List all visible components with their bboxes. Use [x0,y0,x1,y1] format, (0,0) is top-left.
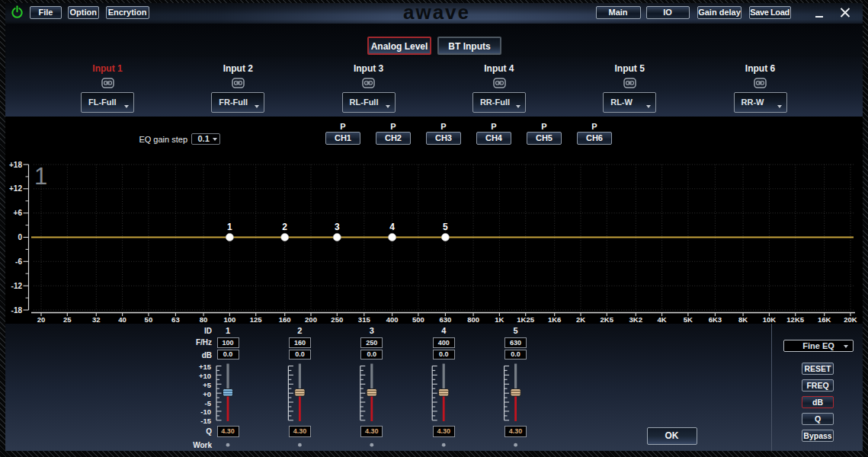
svg-text:10K: 10K [763,315,777,324]
svg-text:400: 400 [386,315,399,324]
svg-text:+18: +18 [9,161,22,169]
svg-text:63: 63 [171,315,180,324]
svg-text:32: 32 [92,315,101,324]
svg-text:3K2: 3K2 [629,315,642,324]
svg-text:1: 1 [227,222,232,232]
svg-text:1K: 1K [495,315,504,324]
svg-text:20: 20 [37,315,46,324]
svg-text:2K: 2K [576,315,585,324]
svg-text:1: 1 [34,163,47,190]
svg-text:100: 100 [223,315,235,324]
svg-text:25: 25 [63,315,72,324]
svg-text:-18: -18 [11,306,23,315]
svg-text:12K5: 12K5 [786,315,804,324]
svg-text:315: 315 [358,315,371,324]
svg-text:1K6: 1K6 [548,315,561,324]
svg-text:40: 40 [118,315,127,324]
svg-text:5K: 5K [684,315,693,324]
svg-text:2K5: 2K5 [601,315,614,324]
svg-text:800: 800 [467,315,479,324]
svg-text:250: 250 [331,315,343,324]
svg-text:4K: 4K [658,315,667,324]
svg-text:50: 50 [145,315,153,324]
svg-text:6K3: 6K3 [709,315,722,324]
svg-text:-12: -12 [11,282,23,290]
svg-text:0: 0 [18,233,22,241]
svg-text:16K: 16K [818,315,831,324]
svg-text:160: 160 [279,315,291,324]
svg-text:125: 125 [250,315,263,324]
svg-text:8K: 8K [738,315,748,324]
svg-text:3: 3 [335,222,340,232]
svg-text:80: 80 [200,315,208,324]
svg-text:+6: +6 [14,209,23,217]
svg-text:1K25: 1K25 [517,315,534,324]
svg-text:5: 5 [443,222,448,232]
svg-text:500: 500 [412,315,424,324]
svg-text:2: 2 [282,222,287,232]
svg-text:-6: -6 [15,257,22,266]
svg-text:4: 4 [389,222,395,232]
svg-text:200: 200 [305,315,317,324]
svg-text:20K: 20K [844,315,857,324]
svg-text:630: 630 [439,315,451,324]
svg-text:+12: +12 [9,184,22,193]
